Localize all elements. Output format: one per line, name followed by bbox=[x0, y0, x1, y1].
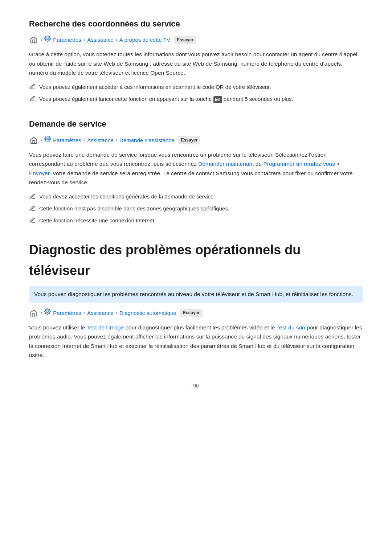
page-footer: - 96 - bbox=[29, 382, 363, 390]
pencil-icon-2 bbox=[29, 95, 36, 102]
list-item: Vous pouvez également lancer cette fonct… bbox=[29, 95, 363, 103]
section1-body: Grace à cette option, vous obtenez toute… bbox=[29, 50, 363, 78]
section2-body: Vous pouvez faire une demande de service… bbox=[29, 150, 363, 187]
home-icon-2[interactable] bbox=[29, 136, 38, 145]
pencil-icon-1 bbox=[29, 83, 36, 90]
sep-5: › bbox=[83, 136, 85, 144]
sep-6: › bbox=[116, 136, 117, 144]
settings-icon-2 bbox=[44, 136, 51, 145]
section3-highlight: Vous pouvez diagnostiquer les problèmes … bbox=[29, 286, 363, 303]
breadcrumb-1: › Paramètres › Assistance › A propos de … bbox=[29, 35, 363, 45]
bullet-text-1: Vous pouvez également accéder à ces info… bbox=[39, 83, 271, 91]
link-demander[interactable]: Demander maintenant bbox=[198, 161, 254, 167]
section2-bullets: Vous devez accepter les conditions génér… bbox=[29, 192, 363, 225]
sep-1: › bbox=[41, 36, 42, 44]
section-diagnostic: Diagnostic des problèmes opérationnels d… bbox=[29, 239, 363, 360]
section3-title: Diagnostic des problèmes opérationnels d… bbox=[29, 239, 363, 281]
pencil-icon-4 bbox=[29, 205, 36, 212]
svg-point-2 bbox=[47, 311, 49, 313]
sep-9: › bbox=[116, 309, 117, 317]
breadcrumb-params-3[interactable]: Paramètres bbox=[53, 309, 81, 317]
link-programmer[interactable]: Programmer un rendez-vous bbox=[263, 161, 335, 167]
link-test-image[interactable]: Test de l'image bbox=[86, 324, 124, 331]
section-recherche: Recherche des coordonnées du service › P… bbox=[29, 17, 363, 103]
breadcrumb-params-1[interactable]: Paramètres bbox=[53, 36, 81, 44]
section3-body-part2: pour diagnostiquer plus facilement les p… bbox=[124, 324, 276, 331]
section2-body-part4: . Votre demande de service sera enregist… bbox=[29, 170, 353, 186]
breadcrumb-params-2[interactable]: Paramètres bbox=[53, 136, 81, 145]
sep-4: › bbox=[41, 136, 42, 144]
list-item: Vous devez accepter les conditions génér… bbox=[29, 192, 363, 201]
sep-2: › bbox=[83, 36, 85, 44]
page-number: - 96 - bbox=[190, 383, 202, 389]
breadcrumb-assistance-3[interactable]: Assistance bbox=[87, 309, 114, 317]
breadcrumb-assistance-1[interactable]: Assistance bbox=[87, 36, 114, 44]
essayer-badge-2[interactable]: Essayer bbox=[178, 136, 200, 144]
list-item: Cette fonction n'est pas disponible dans… bbox=[29, 204, 363, 213]
breadcrumb-assistance-2[interactable]: Assistance bbox=[87, 136, 114, 145]
list-item: Cette fonction nécessite une connexion I… bbox=[29, 216, 363, 225]
section3-body: Vous pouvez utiliser le Test de l'image … bbox=[29, 323, 363, 360]
link-test-son[interactable]: Test du son bbox=[276, 324, 305, 331]
bullet-text-5: Cette fonction nécessite une connexion I… bbox=[39, 216, 156, 225]
bullet-text-4: Cette fonction n'est pas disponible dans… bbox=[39, 204, 229, 213]
sep-8: › bbox=[83, 309, 85, 317]
pencil-icon-5 bbox=[29, 217, 36, 223]
svg-point-0 bbox=[47, 38, 49, 40]
section1-title: Recherche des coordonnées du service bbox=[29, 17, 363, 30]
breadcrumb-page-3[interactable]: Diagnostic automatique bbox=[119, 309, 176, 317]
bullet-text-3: Vous devez accepter les conditions génér… bbox=[39, 192, 215, 201]
section-demande: Demande de service › Paramètres › Assist… bbox=[29, 118, 363, 225]
settings-icon-3 bbox=[44, 308, 51, 317]
home-icon-3[interactable] bbox=[29, 308, 38, 318]
home-icon[interactable] bbox=[29, 35, 38, 45]
essayer-badge-1[interactable]: Essayer bbox=[174, 36, 196, 44]
breadcrumb-page-1[interactable]: A propos de cette TV bbox=[119, 36, 170, 44]
breadcrumb-page-2[interactable]: Demande d'assistance bbox=[119, 136, 174, 145]
svg-point-1 bbox=[47, 138, 49, 140]
list-item: Vous pouvez également accéder à ces info… bbox=[29, 83, 363, 91]
pencil-icon-3 bbox=[29, 193, 36, 200]
link-envoyer[interactable]: Envoyer bbox=[29, 170, 49, 176]
section1-bullets: Vous pouvez également accéder à ces info… bbox=[29, 83, 363, 103]
bullet-text-2: Vous pouvez également lancer cette fonct… bbox=[39, 95, 293, 103]
settings-icon bbox=[44, 36, 51, 45]
section2-title: Demande de service bbox=[29, 118, 363, 130]
breadcrumb-3: › Paramètres › Assistance › Diagnostic a… bbox=[29, 308, 363, 318]
sep-7: › bbox=[41, 309, 42, 317]
sep-3: › bbox=[116, 36, 117, 44]
section2-body-part3: > bbox=[335, 161, 340, 167]
essayer-badge-3[interactable]: Essayer bbox=[180, 309, 203, 317]
section3-body-part1: Vous pouvez utiliser le bbox=[29, 324, 86, 331]
section2-body-part2: ou bbox=[254, 161, 264, 167]
breadcrumb-2: › Paramètres › Assistance › Demande d'as… bbox=[29, 136, 363, 145]
